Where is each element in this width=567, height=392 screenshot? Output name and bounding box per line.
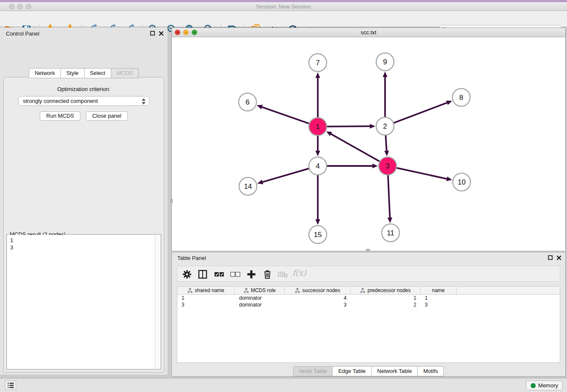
tab-node-table[interactable]: Node Table [293,366,333,376]
float-panel-icon[interactable] [548,255,553,261]
tab-style[interactable]: Style [61,68,85,78]
graph-node-label: 14 [244,182,252,190]
delete-table-icon [278,269,289,279]
create-column-plus-icon[interactable] [246,269,256,279]
graph-node-label: 6 [245,98,249,106]
mcds-result-line: 3 [10,244,160,251]
task-history-button[interactable] [5,381,16,390]
column-header-label: name [432,287,445,293]
tab-edge-table[interactable]: Edge Table [333,366,372,376]
column-header-label: shared name [195,287,224,293]
table-cell[interactable]: dominator [235,295,285,301]
main-titlebar: Session: New Session [0,2,567,11]
close-panel-button[interactable]: Close panel [86,111,128,121]
memory-button-label: Memory [538,382,558,389]
table-cell[interactable]: dominator [235,301,285,308]
edge-3-11[interactable] [388,175,390,218]
edge-3-1[interactable] [330,134,380,162]
column-header-shared-name[interactable]: shared name [177,287,235,294]
run-mcds-button[interactable]: Run MCDS [40,111,80,121]
edge-4-14[interactable] [262,168,309,182]
graph-node-label: 3 [385,162,389,170]
delete-column-trash-icon[interactable] [262,269,272,279]
graph-node-label: 8 [459,94,463,102]
graph-node-label: 4 [316,162,319,170]
mcds-tab-panel: Optimization criterion: strongly connect… [3,77,164,373]
deselect-all-columns-icon[interactable] [230,269,241,279]
graph-node-label: 7 [316,59,319,67]
network-window-titlebar[interactable]: × − + scc.txt [172,28,565,37]
edge-arrowhead [315,219,320,225]
column-header-label: successor nodes [302,287,340,293]
close-panel-icon[interactable] [158,30,164,36]
edge-2-8[interactable] [394,102,448,123]
tab-network-table[interactable]: Network Table [372,366,418,376]
mcds-result-textarea[interactable]: 13 [7,235,160,369]
table-cell[interactable]: 1 [351,295,421,301]
network-canvas[interactable]: 7968124314101511 [172,37,565,251]
tab-mcds[interactable]: MCDS [111,68,139,78]
splitter-handle[interactable] [171,199,173,203]
close-panel-icon[interactable] [556,255,562,261]
mcds-result-line: 1 [10,237,160,244]
edge-arrowhead [383,72,387,77]
graph-node-label: 10 [458,178,466,186]
table-cell[interactable]: 3 [421,301,457,308]
node-table-header: shared nameMCDS rolesuccessor nodesprede… [177,287,560,295]
edge-3-10[interactable] [396,168,447,179]
edge-1-6[interactable] [261,107,309,124]
node-table: shared nameMCDS rolesuccessor nodesprede… [177,286,560,363]
select-all-columns-icon[interactable] [214,269,225,279]
show-column-panel-icon[interactable] [198,269,208,279]
column-header-predecessor-nodes[interactable]: predecessor nodes [351,287,421,294]
table-cell[interactable]: 3 [285,301,351,308]
function-builder-icon: f(x) [292,268,306,278]
edge-arrowhead [388,218,392,223]
column-header-mcds-role[interactable]: MCDS role [235,287,285,294]
table-cell[interactable]: 1 [421,295,457,301]
table-toolbar: f(x) [177,266,560,282]
graph-node-label: 11 [387,229,394,237]
table-cell[interactable]: 2 [351,301,421,308]
shared-column-icon [244,288,249,293]
table-settings-gear-icon[interactable] [182,269,192,279]
task-list-icon [7,382,14,389]
application-window: Session: New Session [0,0,567,392]
edge-arrowhead [315,72,320,78]
table-row[interactable]: 1dominator411 [177,295,560,301]
shared-column-icon [187,288,193,293]
graph-node-label: 9 [383,58,387,66]
tab-motifs[interactable]: Motifs [418,366,444,376]
network-graph[interactable]: 7968124314101511 [172,37,565,251]
result-scrollbar[interactable] [155,235,160,369]
table-row[interactable]: 3dominator323 [177,301,560,308]
edge-arrowhead [372,163,378,168]
table-cell[interactable]: 1 [177,295,235,301]
edge-1-2[interactable] [327,126,371,127]
table-cell[interactable]: 3 [177,301,235,308]
column-header-label: predecessor nodes [367,287,410,293]
table-panel-header: Table Panel [172,252,565,263]
table-panel: Table Panel [171,252,566,377]
edge-arrowhead [384,151,389,156]
main-toolbar [0,11,567,27]
column-header-label: MCDS role [251,287,276,293]
table-cell[interactable]: 4 [285,295,351,301]
shared-column-icon [360,288,365,293]
edge-arrowhead [257,180,263,185]
network-view-window: × − + scc.txt 7968124314101511 [171,28,566,251]
edge-2-3[interactable] [385,135,386,152]
criterion-dropdown[interactable]: strongly connected component [18,96,149,106]
column-header-name[interactable]: name [421,287,457,294]
graph-node-label: 15 [314,231,322,239]
float-panel-icon[interactable] [150,30,156,36]
splitter-handle[interactable] [366,249,370,251]
edge-arrowhead [370,124,375,129]
dropdown-stepper-icon [141,98,146,106]
tab-network[interactable]: Network [29,68,61,78]
memory-button[interactable]: Memory [526,381,563,390]
network-window-title: scc.txt [172,29,565,36]
tab-select[interactable]: Select [85,68,111,78]
column-header-successor-nodes[interactable]: successor nodes [285,287,351,294]
status-bar: Memory [0,378,567,392]
